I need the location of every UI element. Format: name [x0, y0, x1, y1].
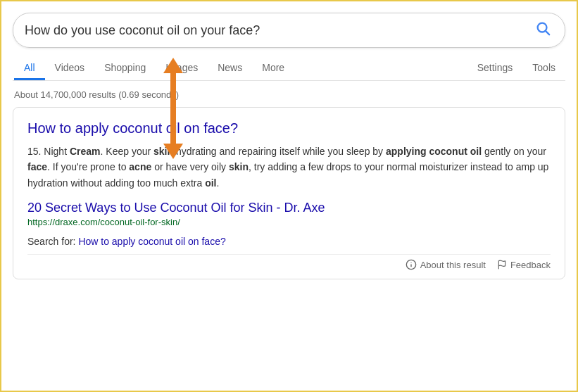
search-button[interactable]: [532, 20, 553, 40]
result-body: 15. Night Cream. Keep your skin hydratin…: [27, 144, 551, 191]
search-bar: [13, 13, 565, 48]
tab-tools[interactable]: Tools: [522, 55, 565, 80]
tab-settings[interactable]: Settings: [467, 55, 523, 80]
tab-videos[interactable]: Videos: [45, 55, 95, 80]
tab-all[interactable]: All: [14, 55, 45, 80]
results-count: About 14,700,000 results (0.69 seconds): [13, 87, 565, 107]
flag-icon: [497, 260, 507, 270]
result-card: How to apply coconut oil on face? 15. Ni…: [13, 107, 565, 279]
tab-news[interactable]: News: [208, 55, 252, 80]
tab-shopping[interactable]: Shopping: [94, 55, 156, 80]
tab-images[interactable]: Images: [156, 55, 208, 80]
about-result-item[interactable]: About this result: [406, 259, 486, 270]
result-url: https://draxe.com/coconut-oil-for-skin/: [27, 217, 551, 227]
search-icon: [535, 20, 551, 36]
feedback-item[interactable]: Feedback: [497, 260, 551, 270]
info-icon: [406, 259, 417, 270]
featured-snippet-title: How to apply coconut oil on face?: [27, 120, 551, 137]
page-wrapper: All Videos Shopping Images News More Set…: [0, 0, 578, 392]
nav-tabs: All Videos Shopping Images News More Set…: [13, 55, 565, 81]
svg-line-1: [546, 31, 549, 34]
tab-more[interactable]: More: [252, 55, 294, 80]
feedback-label: Feedback: [510, 260, 551, 270]
about-result-label: About this result: [420, 260, 486, 270]
search-for-label: Search for:: [27, 236, 78, 247]
search-for-link[interactable]: How to apply coconut oil on face?: [78, 236, 225, 247]
card-footer: About this result Feedback: [27, 254, 551, 270]
search-for: Search for: How to apply coconut oil on …: [27, 236, 551, 247]
result-link-title[interactable]: 20 Secret Ways to Use Coconut Oil for Sk…: [27, 201, 551, 215]
search-input[interactable]: [25, 23, 532, 38]
